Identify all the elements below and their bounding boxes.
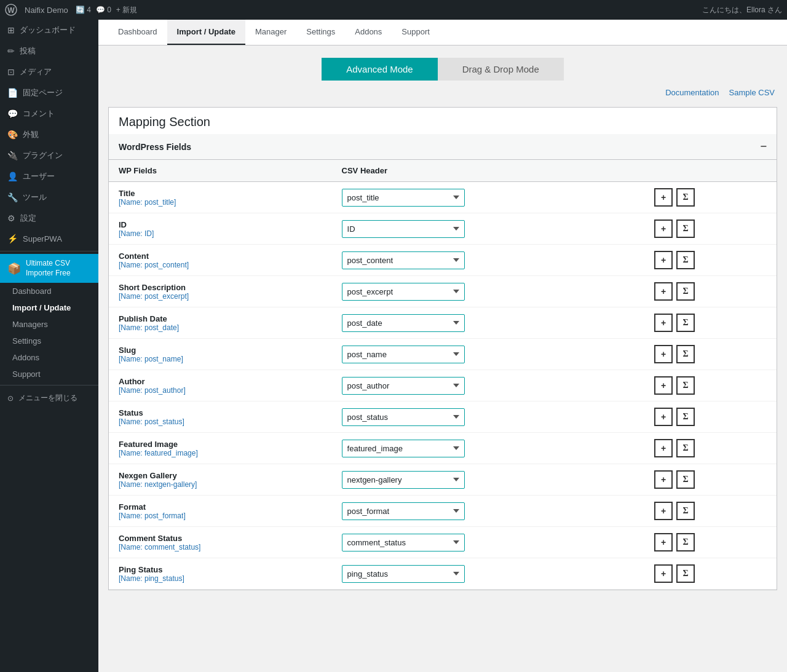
table-header: WP Fields CSV Header <box>109 160 777 182</box>
fields-table: WP Fields CSV Header Title[Name: post_ti… <box>109 160 777 590</box>
sidebar-item-users[interactable]: 👤 ユーザー <box>0 166 98 187</box>
csv-header-select[interactable]: ping_status <box>342 565 465 583</box>
csv-header-select[interactable]: post_name <box>342 346 465 363</box>
field-key: [Name: comment_status] <box>119 543 322 551</box>
close-menu-button[interactable]: ⊙ メニューを閉じる <box>0 388 98 408</box>
table-row: Author[Name: post_author]post_author+Σ <box>109 370 777 401</box>
formula-button[interactable]: Σ <box>676 345 695 363</box>
table-row: Format[Name: post_format]post_format+Σ <box>109 496 777 527</box>
csv-header-select[interactable]: post_content <box>342 251 465 269</box>
formula-button[interactable]: Σ <box>676 188 695 207</box>
formula-button[interactable]: Σ <box>676 502 695 520</box>
field-select-cell: post_name <box>332 339 645 370</box>
layout: ⊞ ダッシュボード ✏ 投稿 ⊡ メディア 📄 固定ページ 💬 コメント 🎨 外… <box>0 20 787 672</box>
field-label-cell: Content[Name: post_content] <box>109 245 332 276</box>
plugin-label: Ultimate CSVImporter Free <box>26 259 71 278</box>
field-select-cell: post_content <box>332 245 645 276</box>
sidebar-item-appearance[interactable]: 🎨 外観 <box>0 124 98 145</box>
add-field-button[interactable]: + <box>654 376 673 395</box>
sidebar-item-posts[interactable]: ✏ 投稿 <box>0 41 98 61</box>
drag-drop-mode-button[interactable]: Drag & Drop Mode <box>438 58 564 81</box>
comments-icon[interactable]: 💬 0 <box>96 6 111 14</box>
csv-header-select[interactable]: nextgen-gallery <box>342 471 465 489</box>
collapse-button[interactable]: − <box>760 140 767 153</box>
sidebar-item-dashboard[interactable]: ⊞ ダッシュボード <box>0 20 98 41</box>
csv-header-select[interactable]: ID <box>342 220 465 238</box>
sub-nav-import[interactable]: Import / Update <box>0 299 98 316</box>
field-select-cell: ID <box>332 213 645 245</box>
sample-csv-link[interactable]: Sample CSV <box>729 88 775 97</box>
csv-header-select[interactable]: comment_status <box>342 534 465 551</box>
add-field-button[interactable]: + <box>654 314 673 332</box>
add-field-button[interactable]: + <box>654 564 673 583</box>
formula-button[interactable]: Σ <box>676 470 695 489</box>
sub-nav-support[interactable]: Support <box>0 366 98 382</box>
sidebar-plugin-item[interactable]: 📦 Ultimate CSVImporter Free <box>0 254 98 283</box>
tab-dashboard[interactable]: Dashboard <box>108 20 167 45</box>
tab-manager[interactable]: Manager <box>245 20 296 45</box>
add-field-button[interactable]: + <box>654 502 673 520</box>
formula-button[interactable]: Σ <box>676 314 695 332</box>
formula-button[interactable]: Σ <box>676 408 695 426</box>
formula-button[interactable]: Σ <box>676 251 695 269</box>
sub-nav-managers[interactable]: Managers <box>0 316 98 333</box>
table-row: Nexgen Gallery[Name: nextgen-gallery]nex… <box>109 464 777 496</box>
csv-header-select[interactable]: post_status <box>342 408 465 426</box>
formula-button[interactable]: Σ <box>676 564 695 583</box>
field-key: [Name: nextgen-gallery] <box>119 480 322 489</box>
formula-button[interactable]: Σ <box>676 282 695 301</box>
sidebar-item-comments[interactable]: 💬 コメント <box>0 103 98 124</box>
field-key: [Name: post_excerpt] <box>119 292 322 301</box>
add-field-button[interactable]: + <box>654 188 673 207</box>
tab-addons[interactable]: Addons <box>345 20 392 45</box>
field-name: Slug <box>119 346 322 355</box>
sidebar-divider <box>0 251 98 251</box>
tools-icon: 🔧 <box>7 192 18 202</box>
add-field-button[interactable]: + <box>654 439 673 457</box>
csv-header-select[interactable]: post_date <box>342 314 465 332</box>
sidebar-item-pages[interactable]: 📄 固定ページ <box>0 82 98 103</box>
csv-header-select[interactable]: post_author <box>342 377 465 395</box>
add-field-button[interactable]: + <box>654 219 673 238</box>
sidebar-item-settings[interactable]: ⚙ 設定 <box>0 208 98 229</box>
tab-settings[interactable]: Settings <box>296 20 345 45</box>
csv-header-select[interactable]: post_format <box>342 502 465 520</box>
advanced-mode-button[interactable]: Advanced Mode <box>322 58 437 81</box>
formula-button[interactable]: Σ <box>676 219 695 238</box>
sidebar-item-superpwa[interactable]: ⚡ SuperPWA <box>0 229 98 248</box>
csv-header-select[interactable]: featured_image <box>342 440 465 457</box>
sub-nav-dashboard[interactable]: Dashboard <box>0 283 98 299</box>
add-field-button[interactable]: + <box>654 282 673 301</box>
tab-support[interactable]: Support <box>392 20 440 45</box>
sidebar-divider-2 <box>0 385 98 385</box>
sidebar-item-plugins[interactable]: 🔌 プラグイン <box>0 145 98 166</box>
field-actions-cell: +Σ <box>644 339 777 370</box>
tab-import[interactable]: Import / Update <box>167 20 245 45</box>
add-field-button[interactable]: + <box>654 345 673 363</box>
sidebar-item-media[interactable]: ⊡ メディア <box>0 61 98 82</box>
sidebar-label-users: ユーザー <box>23 171 55 182</box>
field-select-cell: post_format <box>332 496 645 527</box>
new-button[interactable]: + 新規 <box>116 5 137 15</box>
field-select-cell: featured_image <box>332 433 645 464</box>
wp-fields-header: WordPress Fields − <box>109 134 777 160</box>
add-field-button[interactable]: + <box>654 408 673 426</box>
field-actions-cell: +Σ <box>644 307 777 339</box>
table-row: Ping Status[Name: ping_status]ping_statu… <box>109 558 777 590</box>
sub-nav-settings[interactable]: Settings <box>0 333 98 349</box>
csv-header-select[interactable]: post_title <box>342 189 465 207</box>
field-key: [Name: ping_status] <box>119 574 322 583</box>
sub-nav-addons[interactable]: Addons <box>0 349 98 366</box>
add-field-button[interactable]: + <box>654 533 673 551</box>
formula-button[interactable]: Σ <box>676 376 695 395</box>
sidebar-label-appearance: 外観 <box>23 129 39 140</box>
sidebar-item-tools[interactable]: 🔧 ツール <box>0 187 98 208</box>
add-field-button[interactable]: + <box>654 251 673 269</box>
field-actions-cell: +Σ <box>644 527 777 558</box>
csv-header-select[interactable]: post_excerpt <box>342 283 465 301</box>
updates-icon[interactable]: 🔄 4 <box>76 6 91 14</box>
formula-button[interactable]: Σ <box>676 439 695 457</box>
add-field-button[interactable]: + <box>654 470 673 489</box>
documentation-link[interactable]: Documentation <box>665 88 719 97</box>
formula-button[interactable]: Σ <box>676 533 695 551</box>
